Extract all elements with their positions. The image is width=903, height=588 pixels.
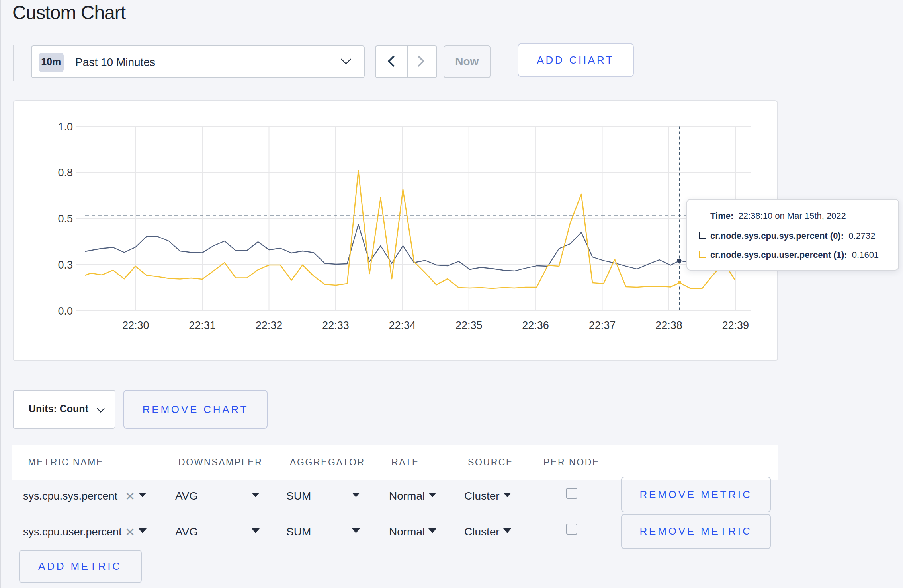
svg-text:22:39: 22:39: [722, 319, 749, 331]
svg-text:0.0: 0.0: [57, 305, 72, 317]
svg-text:0.5: 0.5: [57, 212, 72, 224]
svg-text:1.0: 1.0: [57, 121, 72, 132]
svg-text:22:35: 22:35: [455, 319, 482, 331]
svg-text:22:31: 22:31: [188, 319, 215, 331]
svg-text:22:37: 22:37: [588, 319, 616, 331]
svg-text:22:38: 22:38: [655, 319, 682, 331]
svg-text:22:32: 22:32: [255, 319, 282, 331]
svg-text:0.3: 0.3: [57, 259, 72, 271]
svg-text:22:33: 22:33: [322, 319, 349, 331]
svg-text:0.8: 0.8: [57, 166, 72, 178]
svg-text:22:30: 22:30: [122, 319, 149, 331]
svg-text:22:36: 22:36: [522, 319, 549, 331]
svg-text:22:34: 22:34: [389, 319, 416, 331]
